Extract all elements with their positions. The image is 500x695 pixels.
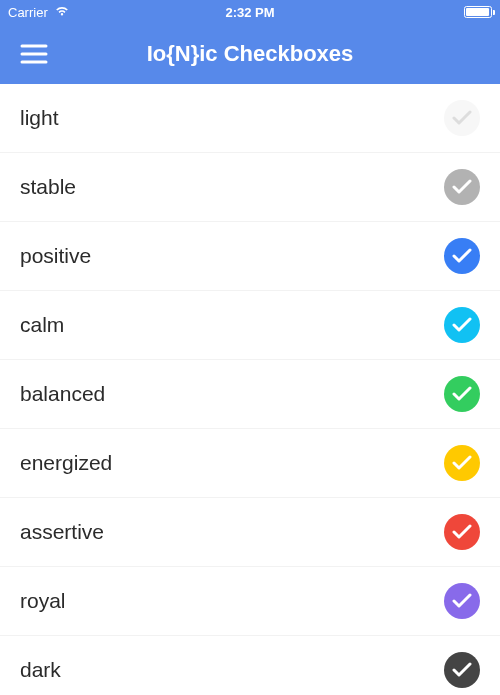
checkbox-light[interactable] <box>444 100 480 136</box>
list-item[interactable]: dark <box>0 636 500 695</box>
status-time: 2:32 PM <box>225 5 274 20</box>
checkbox-calm[interactable] <box>444 307 480 343</box>
checkbox-balanced[interactable] <box>444 376 480 412</box>
hamburger-icon <box>20 43 48 65</box>
nav-bar: Io{N}ic Checkboxes <box>0 24 500 84</box>
list-item[interactable]: positive <box>0 222 500 291</box>
item-label: balanced <box>20 382 105 406</box>
list-item[interactable]: balanced <box>0 360 500 429</box>
check-icon <box>452 248 472 264</box>
check-icon <box>452 317 472 333</box>
item-label: energized <box>20 451 112 475</box>
check-icon <box>452 179 472 195</box>
status-right <box>464 6 492 18</box>
item-label: assertive <box>20 520 104 544</box>
checkbox-positive[interactable] <box>444 238 480 274</box>
status-left: Carrier <box>8 5 70 20</box>
list-item[interactable]: energized <box>0 429 500 498</box>
check-icon <box>452 593 472 609</box>
item-label: stable <box>20 175 76 199</box>
list-item[interactable]: assertive <box>0 498 500 567</box>
item-label: royal <box>20 589 66 613</box>
item-label: calm <box>20 313 64 337</box>
check-icon <box>452 455 472 471</box>
list-item[interactable]: royal <box>0 567 500 636</box>
menu-button[interactable] <box>12 32 56 76</box>
check-icon <box>452 524 472 540</box>
status-bar: Carrier 2:32 PM <box>0 0 500 24</box>
list-item[interactable]: light <box>0 84 500 153</box>
page-title: Io{N}ic Checkboxes <box>0 41 500 67</box>
checkbox-assertive[interactable] <box>444 514 480 550</box>
battery-icon <box>464 6 492 18</box>
wifi-icon <box>54 5 70 20</box>
carrier-label: Carrier <box>8 5 48 20</box>
list-item[interactable]: stable <box>0 153 500 222</box>
item-label: light <box>20 106 59 130</box>
list-item[interactable]: calm <box>0 291 500 360</box>
checkbox-list: lightstablepositivecalmbalancedenergized… <box>0 84 500 695</box>
check-icon <box>452 662 472 678</box>
check-icon <box>452 386 472 402</box>
item-label: dark <box>20 658 61 682</box>
checkbox-dark[interactable] <box>444 652 480 688</box>
checkbox-stable[interactable] <box>444 169 480 205</box>
checkbox-energized[interactable] <box>444 445 480 481</box>
item-label: positive <box>20 244 91 268</box>
checkbox-royal[interactable] <box>444 583 480 619</box>
check-icon <box>452 110 472 126</box>
